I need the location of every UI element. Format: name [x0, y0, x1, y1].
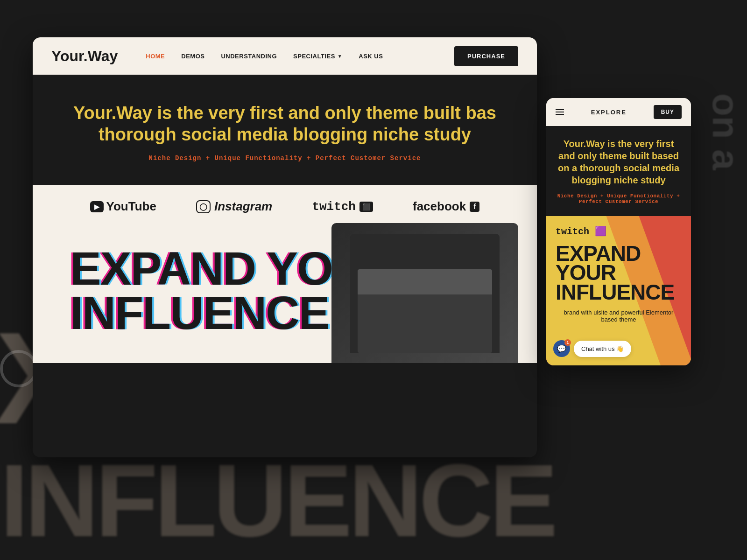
nav-links: HOME DEMOS UNDERSTANDING SPECIALTIES ASK… — [146, 53, 436, 60]
facebook-label: facebook — [413, 199, 466, 214]
navbar: Your.Way HOME DEMOS UNDERSTANDING SPECIA… — [33, 37, 537, 75]
mobile-explore-label: EXPLORE — [569, 109, 649, 116]
bg-text-right: on a — [704, 93, 747, 170]
chat-avatar[interactable]: 💬 1 — [553, 340, 570, 357]
mobile-expand-title: EXPAND YOUR INFLUENCE — [556, 244, 682, 302]
browser-window: Your.Way HOME DEMOS UNDERSTANDING SPECIA… — [33, 37, 537, 457]
chat-widget[interactable]: 💬 1 Chat with us 👋 — [553, 340, 631, 357]
device-screen — [331, 223, 518, 363]
hero-subtitle: Niche Design + Unique Functionality + Pe… — [51, 154, 518, 162]
chat-bubble[interactable]: Chat with us 👋 — [574, 341, 631, 357]
social-youtube[interactable]: ▶ YouTube — [90, 199, 156, 214]
social-instagram[interactable]: ◯ Instagram — [196, 199, 272, 214]
mobile-card: EXPLORE BUY Your.Way is the very first a… — [546, 98, 691, 365]
mobile-hero-subtitle: Niche Design + Unique Functionality + Pe… — [556, 193, 682, 204]
device-preview — [331, 223, 518, 363]
site-logo[interactable]: Your.Way — [51, 48, 118, 65]
instagram-label: Instagram — [214, 199, 272, 214]
nav-understanding[interactable]: UNDERSTANDING — [221, 53, 277, 60]
mobile-expand-sub: brand with uisite and powerful Elementor… — [556, 309, 682, 323]
mobile-card-content: twitch 🟪 EXPAND YOUR INFLUENCE brand wit… — [546, 216, 691, 332]
expand-section: EXPAND YOUR INFLUENCE — [33, 228, 537, 363]
mobile-twitch-logo: twitch 🟪 — [556, 225, 682, 237]
social-section: ▶ YouTube ◯ Instagram twitch ⬛ facebook … — [33, 185, 537, 228]
social-facebook[interactable]: facebook f — [413, 199, 479, 214]
mobile-hero-title: Your.Way is the very first and only them… — [556, 138, 682, 186]
hero-title: Your.Way is the very first and only them… — [51, 103, 518, 145]
nav-home[interactable]: HOME — [146, 53, 165, 60]
instagram-icon: ◯ — [196, 200, 211, 213]
mobile-buy-button[interactable]: BUY — [654, 105, 682, 119]
mobile-expand-line1: EXPAND YOUR — [556, 244, 682, 283]
youtube-label: YouTube — [106, 199, 156, 214]
decorative-circle — [0, 350, 37, 387]
twitch-icon: ⬛ — [359, 202, 373, 212]
mobile-card-header: EXPLORE BUY — [546, 98, 691, 126]
chat-badge: 1 — [564, 339, 571, 346]
nav-demos[interactable]: DEMOS — [181, 53, 204, 60]
bg-text-influence: INFLUENCE — [0, 442, 554, 560]
hamburger-menu[interactable] — [556, 109, 564, 115]
facebook-icon: f — [470, 202, 479, 212]
nav-ask-us[interactable]: ASK US — [359, 53, 383, 60]
nav-specialties[interactable]: SPECIALTIES — [293, 53, 342, 60]
purchase-button[interactable]: PURCHASE — [454, 46, 518, 66]
twitch-label: twitch — [312, 200, 356, 214]
mobile-hero-section: Your.Way is the very first and only them… — [546, 126, 691, 216]
mobile-expand-line2: INFLUENCE — [556, 283, 682, 302]
youtube-icon: ▶ — [90, 201, 104, 212]
social-twitch[interactable]: twitch ⬛ — [312, 200, 373, 214]
hero-section: Your.Way is the very first and only them… — [33, 75, 537, 185]
